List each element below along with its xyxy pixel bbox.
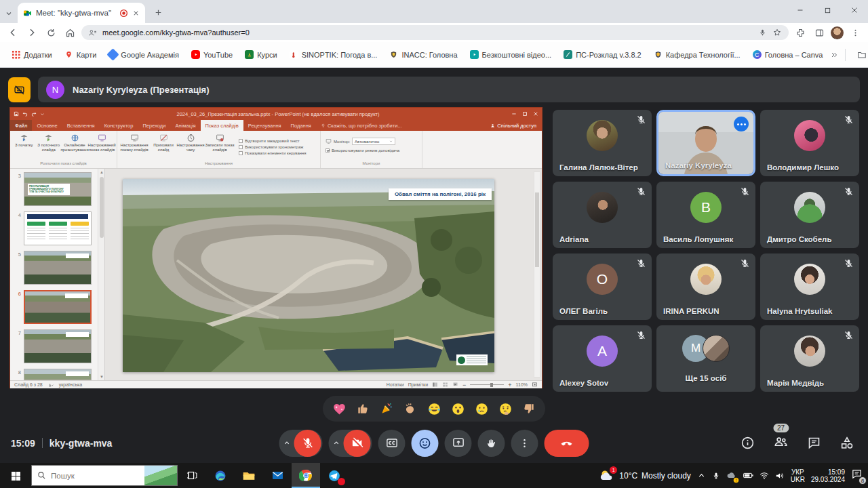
keyboard-shortcut-icon[interactable] — [8, 77, 31, 102]
address-bar[interactable]: meet.google.com/kky-gtwa-mva?authuser=0 — [81, 25, 789, 40]
bookmark-kafedra[interactable]: Кафедра Технології... — [649, 48, 745, 61]
wifi-icon[interactable] — [760, 472, 769, 480]
tray-mic-icon[interactable] — [712, 472, 720, 480]
normal-view-icon[interactable] — [432, 382, 438, 388]
search-input[interactable] — [51, 472, 119, 480]
tile-irina[interactable]: IRINA PERKUN — [656, 253, 755, 320]
tile-adriana[interactable]: Adriana — [553, 182, 652, 248]
bookmark-scholar[interactable]: Google Академія — [104, 48, 184, 61]
slide-thumbnail-7[interactable]: 7 — [14, 329, 104, 363]
edge-app-icon[interactable] — [206, 463, 235, 488]
ribbon-hide-slide[interactable]: Приховати слайд — [151, 132, 176, 161]
clock-widget[interactable]: 15:09 29.03.2024 — [811, 468, 845, 483]
tile-more-people[interactable]: M Ще 15 осіб — [656, 325, 755, 392]
tray-expand-icon[interactable] — [697, 471, 706, 480]
bookmark-sinoptik[interactable]: SINOPTIK: Погода в... — [285, 48, 382, 61]
thumbs-up-icon[interactable] — [353, 399, 373, 419]
tile-alexey[interactable]: A Alexey Sotov — [553, 325, 652, 392]
all-bookmarks-button[interactable]: Усі закладки — [852, 48, 868, 62]
slide-thumbnail-5[interactable]: 5 — [14, 251, 104, 285]
mic-off-button[interactable] — [294, 430, 321, 457]
surprised-face-icon[interactable] — [448, 399, 468, 419]
tab-animations[interactable]: Анімація — [170, 120, 200, 131]
qat-dropdown-icon[interactable] — [40, 112, 45, 117]
language-indicator[interactable]: українська — [59, 382, 82, 387]
tab-view[interactable]: Подання — [286, 120, 316, 131]
minimize-button[interactable] — [787, 0, 814, 20]
crying-face-icon[interactable] — [471, 399, 492, 419]
meeting-details-icon[interactable] — [741, 436, 755, 450]
forward-icon[interactable] — [24, 25, 39, 40]
sparkling-heart-icon[interactable] — [329, 399, 349, 419]
ribbon-from-current[interactable]: З поточного слайда — [37, 132, 61, 161]
onedrive-tray-icon[interactable] — [726, 470, 737, 482]
slide-thumbnail-8[interactable]: 8 — [14, 369, 104, 380]
weather-widget[interactable]: 1 10°C Mostly cloudy — [599, 469, 691, 483]
bookmark-classroom[interactable]: Курси — [240, 48, 282, 61]
mail-app-icon[interactable] — [263, 463, 292, 488]
joy-face-icon[interactable] — [424, 399, 444, 419]
extension-icon[interactable] — [793, 25, 808, 40]
reload-icon[interactable] — [43, 25, 58, 40]
bookmarks-overflow-icon[interactable] — [830, 51, 838, 59]
search-highlight-image[interactable] — [144, 466, 177, 485]
profile-avatar[interactable] — [831, 26, 844, 39]
browser-menu-icon[interactable] — [848, 25, 863, 40]
clapping-hands-icon[interactable] — [400, 399, 420, 419]
tab-close-icon[interactable] — [132, 9, 140, 17]
save-icon[interactable] — [14, 111, 19, 117]
tab-insert[interactable]: Вставлення — [62, 120, 100, 131]
ribbon-rehearse-timings[interactable]: Настроювання часу — [178, 132, 203, 161]
bookmark-star-icon[interactable] — [772, 28, 782, 37]
zoom-level[interactable]: 110% — [516, 382, 528, 387]
share-button[interactable]: Спільний доступ — [490, 123, 542, 129]
slide-thumbnail-3[interactable]: 3 РЕКУЛЬТИВАЦІЯ ГРИБОВИЦЬКОГО ПОЛІГОНУ Т… — [14, 172, 104, 206]
camera-off-button[interactable] — [344, 430, 371, 457]
back-icon[interactable] — [5, 25, 20, 40]
tile-oleh[interactable]: О ОЛЕГ Вагіль — [553, 253, 652, 320]
tile-halyna[interactable]: Halyna Hrytsuliak — [760, 253, 859, 320]
zoom-slider[interactable] — [470, 384, 504, 385]
slide-thumbnail-6[interactable]: 6 — [14, 290, 104, 324]
volume-icon[interactable] — [775, 472, 785, 480]
tile-vasyl[interactable]: В Василь Лопушняк — [656, 182, 755, 248]
zoom-in-button[interactable]: + — [508, 382, 511, 388]
bookmark-apps[interactable]: Додатки — [7, 48, 57, 61]
voice-search-icon[interactable] — [758, 28, 767, 37]
spellcheck-icon[interactable] — [48, 382, 54, 388]
ppt-close-icon[interactable] — [533, 111, 538, 117]
site-settings-icon[interactable] — [88, 28, 97, 37]
check-play-narrations[interactable]: Відтворити закадровий текст — [239, 139, 307, 143]
tab-transitions[interactable]: Переходи — [138, 120, 170, 131]
bookmark-maps[interactable]: Карти — [60, 48, 102, 61]
chrome-app-icon[interactable] — [292, 463, 320, 488]
raise-hand-button[interactable] — [478, 430, 505, 457]
ppt-minimize-icon[interactable] — [511, 111, 517, 117]
tab-home[interactable]: Основне — [32, 120, 62, 131]
canvas-scrollbar[interactable] — [534, 171, 540, 378]
start-button[interactable] — [0, 463, 31, 488]
reactions-button[interactable] — [412, 430, 439, 457]
check-presenter-view[interactable]: Використовувати режим доповідача — [326, 148, 417, 152]
check-use-timings[interactable]: Використовувати хронометраж — [239, 145, 307, 149]
language-indicator[interactable]: УКР UKR — [791, 468, 805, 483]
undo-icon[interactable] — [22, 111, 28, 117]
tile-nazariy[interactable]: Nazariy Kyryleyza — [656, 110, 755, 176]
ribbon-record-show[interactable]: Записати показ слайдів — [205, 132, 235, 161]
tell-me-box[interactable]: Скажіть, що потрібно зробити... — [316, 123, 407, 129]
check-show-controls[interactable]: Показувати елементи керування — [239, 151, 307, 155]
action-center-button[interactable]: 8 — [851, 468, 863, 483]
thumbs-down-icon[interactable] — [519, 399, 539, 419]
telegram-app-icon[interactable] — [320, 463, 349, 488]
party-popper-icon[interactable] — [376, 399, 397, 419]
bookmark-inacc[interactable]: INACC: Головна — [384, 48, 462, 61]
browser-tab[interactable]: Meet: "kky-gtwa-mva" — [18, 3, 145, 23]
task-view-button[interactable] — [178, 463, 206, 488]
ribbon-custom-show[interactable]: Настроюваний показ слайдів — [89, 132, 115, 161]
tile-dmytro[interactable]: Дмитро Скобель — [760, 182, 859, 248]
ribbon-present-online[interactable]: Онлайнове презентування — [62, 132, 87, 161]
bookmark-free-video[interactable]: Безкоштовні відео... — [465, 48, 557, 61]
camera-options-chevron-icon[interactable] — [329, 439, 344, 447]
bookmark-youtube[interactable]: YouTube — [186, 48, 237, 61]
ppt-maximize-icon[interactable] — [522, 111, 528, 117]
